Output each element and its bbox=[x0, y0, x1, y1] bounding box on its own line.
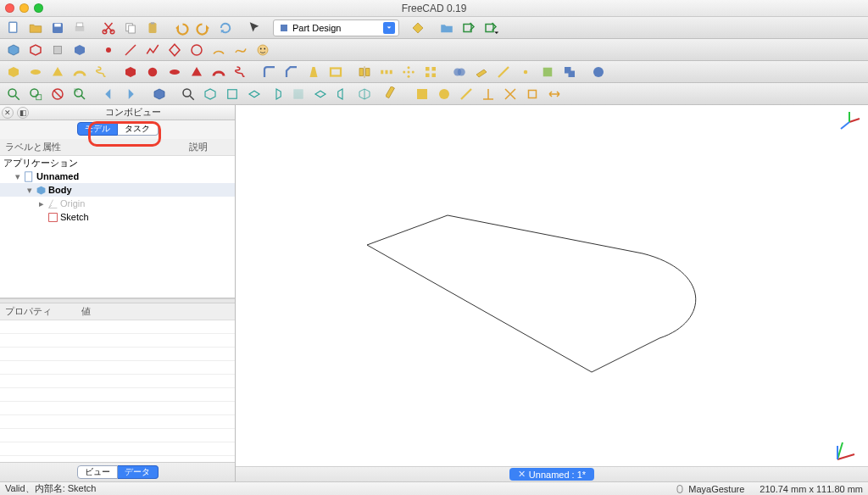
subloft-button[interactable] bbox=[186, 63, 207, 81]
paste-button[interactable] bbox=[142, 19, 163, 37]
snap6-button[interactable] bbox=[522, 85, 542, 103]
nav-forward-button[interactable] bbox=[120, 85, 141, 103]
multitransform-button[interactable] bbox=[420, 63, 441, 81]
combo-view-title: コンボビュー bbox=[31, 106, 235, 119]
right-view-button[interactable] bbox=[266, 85, 287, 103]
cut-button[interactable] bbox=[98, 19, 119, 37]
save-button[interactable] bbox=[47, 19, 68, 37]
copy-button[interactable] bbox=[120, 19, 141, 37]
datum-line-button[interactable] bbox=[493, 63, 514, 81]
datum-point-button[interactable] bbox=[515, 63, 536, 81]
axo-view-button[interactable] bbox=[200, 85, 220, 103]
polar-pattern-button[interactable] bbox=[398, 63, 419, 81]
revolve-button[interactable] bbox=[25, 63, 46, 81]
viewport-tab-close-icon[interactable]: ✕ bbox=[518, 469, 526, 480]
loft-button[interactable] bbox=[47, 63, 68, 81]
ruler-button[interactable] bbox=[383, 85, 403, 103]
nav-back-button[interactable] bbox=[98, 85, 119, 103]
tab-data[interactable]: データ bbox=[118, 465, 159, 479]
line-button[interactable] bbox=[120, 41, 141, 59]
chamfer-button[interactable] bbox=[281, 63, 302, 81]
linear-pattern-button[interactable] bbox=[376, 63, 397, 81]
front-view-button[interactable] bbox=[222, 85, 242, 103]
combo-view-tabs: モデル タスク bbox=[0, 120, 235, 139]
zoom-button[interactable] bbox=[178, 85, 198, 103]
boolean-button[interactable] bbox=[449, 63, 470, 81]
point-button[interactable] bbox=[98, 41, 119, 59]
snap5-button[interactable] bbox=[500, 85, 520, 103]
left-view-button[interactable] bbox=[332, 85, 353, 103]
cube-out-button[interactable] bbox=[25, 41, 46, 59]
sweep-button[interactable] bbox=[70, 63, 90, 81]
polyline-button[interactable] bbox=[142, 41, 163, 59]
fillet-button[interactable] bbox=[259, 63, 280, 81]
redo-button[interactable] bbox=[193, 19, 214, 37]
arc-button[interactable] bbox=[209, 41, 229, 59]
model-tree[interactable]: アプリケーション ▾ Unnamed ▾ Body ▸ Origin Sketc… bbox=[0, 156, 235, 298]
rear-view-button[interactable] bbox=[288, 85, 309, 103]
snap2-button[interactable] bbox=[434, 85, 454, 103]
undo-button[interactable] bbox=[171, 19, 192, 37]
open-folder-button[interactable] bbox=[437, 19, 457, 37]
workarea: ✕ ◧ コンボビュー モデル タスク ラベルと属性 説明 アプリケーション ▾ … bbox=[0, 105, 868, 481]
new-file-button[interactable] bbox=[3, 19, 24, 37]
cube-lift-button[interactable] bbox=[47, 41, 68, 59]
clone-button[interactable] bbox=[559, 63, 580, 81]
bottom-view-button[interactable] bbox=[310, 85, 331, 103]
view-cube-button[interactable] bbox=[149, 85, 170, 103]
snap7-button[interactable] bbox=[544, 85, 565, 103]
workbench-select[interactable]: Part Design bbox=[273, 19, 399, 36]
tab-model[interactable]: モデル bbox=[77, 122, 118, 136]
datum-plane-button[interactable] bbox=[471, 63, 492, 81]
cube-base-button[interactable] bbox=[70, 41, 90, 59]
tree-row-app[interactable]: アプリケーション bbox=[0, 156, 235, 170]
tree-row-document[interactable]: ▾ Unnamed bbox=[0, 170, 235, 183]
svg-point-19 bbox=[260, 47, 262, 49]
diamond-button[interactable] bbox=[164, 41, 185, 59]
snap3-button[interactable] bbox=[456, 85, 476, 103]
measure-button[interactable] bbox=[408, 19, 428, 37]
groove-button[interactable] bbox=[164, 63, 185, 81]
refresh-button[interactable] bbox=[215, 19, 236, 37]
subhelix-button[interactable] bbox=[231, 63, 251, 81]
zoom-select-button[interactable] bbox=[70, 85, 90, 103]
axes-gizmo-icon bbox=[834, 437, 860, 463]
iso-view-button[interactable] bbox=[354, 85, 375, 103]
pad-button[interactable] bbox=[3, 63, 24, 81]
viewport-3d[interactable]: ✕ Unnamed : 1* bbox=[236, 105, 868, 481]
tree-row-body[interactable]: ▾ Body bbox=[0, 183, 235, 197]
status-nav-style[interactable]: MayaGesture bbox=[675, 484, 744, 494]
panel-close-button[interactable]: ✕ bbox=[2, 107, 14, 119]
property-grid[interactable] bbox=[0, 320, 235, 462]
pointer-button[interactable] bbox=[244, 19, 264, 37]
snap4-button[interactable] bbox=[478, 85, 498, 103]
shapebinder-button[interactable] bbox=[537, 63, 558, 81]
hole-button[interactable] bbox=[142, 63, 163, 81]
mirror-button[interactable] bbox=[354, 63, 375, 81]
zoom-fit-button[interactable] bbox=[3, 85, 24, 103]
subsweep-button[interactable] bbox=[209, 63, 229, 81]
helix-button[interactable] bbox=[92, 63, 112, 81]
pocket-button[interactable] bbox=[120, 63, 141, 81]
sphere-button[interactable] bbox=[588, 63, 609, 81]
tab-view[interactable]: ビュー bbox=[77, 465, 118, 479]
tab-task[interactable]: タスク bbox=[118, 122, 159, 136]
zoom-window-button2[interactable] bbox=[25, 85, 46, 103]
draft-button[interactable] bbox=[303, 63, 324, 81]
freehand-button[interactable] bbox=[231, 41, 251, 59]
cancel-button[interactable] bbox=[47, 85, 68, 103]
cube-blue-button[interactable] bbox=[3, 41, 24, 59]
top-view-button[interactable] bbox=[244, 85, 264, 103]
face-icon-button[interactable] bbox=[253, 41, 273, 59]
snap1-button[interactable] bbox=[412, 85, 432, 103]
export-dropdown-button[interactable] bbox=[481, 19, 501, 37]
viewport-tab[interactable]: ✕ Unnamed : 1* bbox=[509, 468, 594, 481]
circle-button[interactable] bbox=[186, 41, 207, 59]
tree-row-sketch[interactable]: Sketch bbox=[0, 210, 235, 224]
tree-row-origin[interactable]: ▸ Origin bbox=[0, 197, 235, 210]
print-button[interactable] bbox=[70, 19, 90, 37]
open-file-button[interactable] bbox=[25, 19, 46, 37]
panel-detach-button[interactable]: ◧ bbox=[17, 107, 29, 119]
export-button[interactable] bbox=[459, 19, 479, 37]
thickness-button[interactable] bbox=[326, 63, 346, 81]
